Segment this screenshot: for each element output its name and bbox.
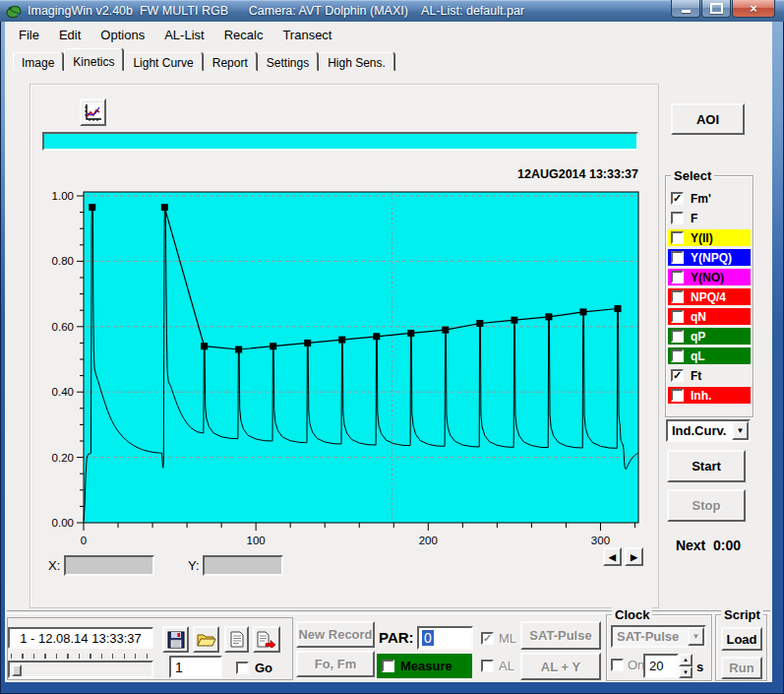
clock-groupbox: Clock SAT-Pulse ▼ On 20 ▲ ▼ s: [606, 614, 712, 681]
select-item-ft[interactable]: ✓Ft: [668, 367, 751, 384]
menu-item-al-list[interactable]: AL-List: [154, 24, 213, 46]
close-button[interactable]: ×: [732, 0, 775, 18]
select-checkbox[interactable]: [671, 330, 684, 343]
spin-up-icon: ▲: [683, 657, 689, 662]
sat-pulse-button[interactable]: SAT-Pulse: [520, 621, 601, 650]
export-button[interactable]: [253, 626, 280, 653]
menu-bar: FileEditOptionsAL-ListRecalcTransect: [5, 22, 772, 47]
ml-checkbox[interactable]: ✓: [481, 632, 494, 645]
record-prev-button[interactable]: ◀: [603, 547, 622, 566]
select-item-label: Ft: [691, 369, 701, 383]
check-icon: ✓: [673, 371, 682, 380]
spin-down-button[interactable]: ▼: [679, 666, 693, 679]
fm-marker: [442, 327, 449, 334]
menu-item-edit[interactable]: Edit: [49, 24, 90, 46]
tab-kinetics[interactable]: Kinetics: [64, 48, 123, 71]
report-button[interactable]: [224, 626, 249, 653]
chevron-down-icon: ▼: [693, 632, 700, 641]
record-number-field[interactable]: 1: [169, 656, 222, 678]
tab-light-curve[interactable]: Light Curve: [124, 52, 202, 71]
x-tick-label: 200: [419, 535, 438, 546]
select-item-label: qN: [691, 310, 706, 324]
tab-image[interactable]: Image: [13, 52, 63, 71]
clock-mode-combobox[interactable]: SAT-Pulse ▼: [611, 625, 706, 648]
select-checkbox[interactable]: [671, 212, 684, 224]
close-icon: ×: [750, 1, 757, 16]
menu-item-transect[interactable]: Transect: [272, 24, 341, 46]
open-button[interactable]: [193, 626, 219, 653]
select-item-inh[interactable]: Inh.: [668, 387, 751, 404]
select-item-label: Fm': [691, 192, 711, 206]
select-item-npq4[interactable]: NPQ/4: [668, 288, 751, 305]
clock-on-control: On: [611, 658, 644, 672]
new-record-button[interactable]: New Record: [296, 621, 375, 648]
tab-high-sens-[interactable]: High Sens.: [319, 52, 394, 71]
select-item-ql[interactable]: qL: [668, 347, 751, 364]
select-checkbox[interactable]: [671, 389, 684, 402]
tab-report[interactable]: Report: [204, 52, 257, 71]
fm-marker: [304, 340, 311, 347]
select-item-yno[interactable]: Y(NO): [668, 269, 751, 285]
start-button[interactable]: Start: [667, 450, 746, 482]
select-item-label: Y(NO): [691, 271, 724, 284]
document-icon: [230, 631, 244, 648]
next-value: 0:00: [713, 537, 741, 553]
ml-control: ✓ ML: [481, 631, 516, 646]
go-control: Go: [236, 661, 272, 675]
menu-item-recalc[interactable]: Recalc: [214, 24, 273, 46]
select-item-ynpq[interactable]: Y(NPQ): [668, 249, 751, 266]
clock-on-checkbox[interactable]: [611, 659, 624, 671]
select-checkbox[interactable]: [671, 290, 684, 303]
fm-marker: [89, 204, 95, 211]
clock-mode-dropdown-button[interactable]: ▼: [688, 627, 704, 646]
go-checkbox[interactable]: [236, 662, 249, 674]
record-slider-thumb[interactable]: [12, 664, 22, 676]
script-groupbox-title: Script: [721, 607, 763, 622]
select-checkbox[interactable]: [671, 310, 684, 323]
select-checkbox[interactable]: [671, 231, 684, 244]
curve-mode-dropdown-button[interactable]: ▼: [732, 421, 749, 440]
select-checkbox[interactable]: ✓: [671, 369, 684, 382]
record-next-button[interactable]: ▶: [625, 547, 643, 566]
prev-icon: ◀: [609, 552, 616, 562]
fo-fm-button[interactable]: Fo, Fm: [296, 651, 375, 677]
clock-interval-field[interactable]: 20: [643, 654, 679, 678]
select-item-fm[interactable]: ✓Fm': [668, 190, 751, 207]
select-item-label: Y(NPQ): [691, 251, 732, 265]
curve-mode-combobox[interactable]: Ind.Curv. ▼: [666, 419, 751, 442]
tab-bar: ImageKineticsLight CurveReportSettingsHi…: [5, 47, 772, 71]
select-item-yii[interactable]: Y(II): [668, 229, 751, 246]
menu-item-options[interactable]: Options: [90, 24, 154, 46]
script-run-button[interactable]: Run: [721, 657, 762, 679]
record-slider[interactable]: [8, 661, 153, 678]
window-title: ImagingWin v2.40b FW MULTI RGB Camera: A…: [28, 4, 524, 18]
record-title-field[interactable]: 1 - 12.08.14 13:33:37: [8, 627, 153, 649]
select-checkbox[interactable]: [671, 271, 684, 284]
fm-marker: [201, 343, 208, 349]
script-load-button[interactable]: Load: [721, 627, 762, 651]
next-label: Next: [676, 537, 705, 553]
tab-settings[interactable]: Settings: [258, 52, 318, 71]
al-plus-y-button[interactable]: AL + Y: [520, 653, 601, 680]
minimize-button[interactable]: [671, 0, 700, 18]
par-input[interactable]: 0: [417, 626, 473, 650]
stop-button[interactable]: Stop: [667, 489, 746, 522]
select-item-qn[interactable]: qN: [668, 308, 751, 325]
select-item-qp[interactable]: qP: [668, 328, 751, 345]
select-item-f[interactable]: F: [668, 210, 751, 226]
measure-checkbox[interactable]: [382, 660, 394, 672]
select-checkbox[interactable]: [671, 251, 684, 264]
menu-item-file[interactable]: File: [9, 24, 49, 46]
chart-settings-button[interactable]: [80, 98, 106, 126]
al-checkbox[interactable]: [481, 660, 494, 672]
save-button[interactable]: [162, 626, 189, 653]
aoi-button[interactable]: AOI: [671, 103, 745, 135]
maximize-button[interactable]: [701, 0, 731, 18]
select-checkbox[interactable]: [671, 349, 684, 362]
select-checkbox[interactable]: ✓: [671, 192, 684, 205]
measure-control[interactable]: Measure: [377, 654, 472, 678]
time-progress-bar: [42, 132, 638, 151]
kinetics-chart[interactable]: 0.000.200.400.600.801.000100200300: [44, 188, 650, 577]
select-item-label: Y(II): [691, 231, 713, 245]
spin-up-button[interactable]: ▲: [679, 654, 693, 666]
